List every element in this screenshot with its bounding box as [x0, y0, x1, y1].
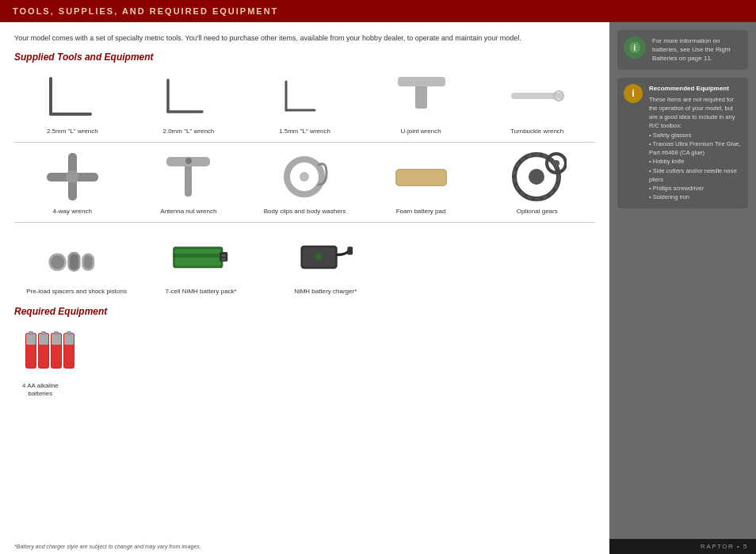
svg-rect-33 [173, 254, 223, 258]
rec-title: Recommended Equipment [649, 84, 742, 94]
tool-aa-batteries: 4 AA alkalinebatteries [14, 323, 97, 399]
rec-item-3: Hobby knife [649, 157, 742, 166]
tool-wrench-20: 2.0mm "L" wrench [131, 69, 247, 136]
battery-info-text: For more information on batteries, see U… [652, 36, 742, 63]
svg-text:i: i [634, 44, 636, 52]
tool-image-spacers [45, 229, 109, 285]
svg-rect-36 [221, 258, 225, 261]
svg-point-24 [553, 160, 559, 166]
rec-item-1: Safety glasses [649, 131, 742, 139]
tool-turnbuckle: Turnbuckle wrench [479, 69, 595, 136]
tool-label-ujoint: U-joint wrench [401, 128, 441, 136]
tool-label-4way: 4-way wrench [53, 208, 92, 216]
tool-label-wrench-15: 1.5mm "L" wrench [279, 128, 330, 136]
tool-body-clips: Body clips and body washers [246, 149, 363, 216]
tool-image-body-clips [273, 149, 336, 204]
tool-label-wrench-20: 2.0mm "L" wrench [162, 128, 214, 136]
svg-rect-47 [39, 334, 48, 345]
tool-label-turnbuckle: Turnbuckle wrench [510, 128, 563, 136]
tool-wrench-15: 1.5mm "L" wrench [246, 69, 363, 136]
tool-label-foam-pad: Foam battery pad [396, 208, 446, 216]
tools-row-3: Pre-load spacers and shock pistons [14, 229, 595, 299]
main-layout: Your model comes with a set of specialty… [0, 22, 756, 554]
intro-text: Your model comes with a set of specialty… [14, 33, 553, 44]
tool-battery-pack: 7-cell NiMH battery pack* [139, 229, 263, 296]
battery-info-card: i For more information on batteries, see… [617, 30, 748, 70]
rec-equipment-card: i Recommended Equipment These items are … [617, 78, 748, 208]
svg-rect-30 [83, 256, 92, 269]
footer-note: *Battery and charger style are subject t… [14, 544, 201, 549]
tool-label-spacers: Pre-load spacers and shock pistons [26, 288, 127, 296]
tool-wrench-25: 2.5mm "L" wrench [14, 69, 131, 136]
tool-spacers: Pre-load spacers and shock pistons [14, 229, 139, 296]
tool-label-antenna: Antenna nut wrench [160, 208, 216, 216]
tool-image-wrench-20 [157, 69, 220, 124]
tool-label-wrench-25: 2.5mm "L" wrench [47, 128, 98, 136]
page-number-bar: RAPTOR • 5 [609, 539, 756, 554]
tool-label-gears: Optional gears [517, 208, 558, 216]
tools-row-1: 2.5mm "L" wrench 2.0mm "L" wrench [14, 69, 595, 143]
rec-text-block: Recommended Equipment These items are no… [649, 84, 742, 202]
svg-rect-51 [52, 334, 61, 345]
tool-antenna: Antenna nut wrench [131, 149, 247, 216]
tool-foam-pad: Foam battery pad [363, 149, 479, 216]
tools-row-2: 4-way wrench Antenna nut wrench [14, 149, 595, 223]
battery-info-icon: i [624, 36, 646, 59]
tool-image-antenna [157, 149, 220, 204]
tool-image-ujoint [389, 69, 452, 124]
svg-rect-28 [70, 254, 78, 270]
required-section-title: Required Equipment [14, 306, 595, 317]
content-area: Your model comes with a set of specialty… [0, 22, 609, 554]
tool-image-battery-pack [170, 229, 233, 285]
svg-rect-19 [397, 170, 445, 185]
svg-rect-52 [54, 331, 59, 335]
svg-rect-56 [67, 331, 71, 335]
page-header: TOOLS, SUPPLIES, AND REQUIRED EQUIPMENT [0, 0, 756, 22]
tool-image-wrench-15 [273, 69, 336, 124]
svg-point-15 [185, 158, 192, 164]
sidebar: i For more information on batteries, see… [609, 22, 756, 554]
tool-image-gears [506, 149, 569, 204]
tool-image-4way [40, 149, 104, 204]
rec-item-5: Phillips screwdriver [649, 184, 742, 193]
tool-image-turnbuckle [506, 69, 569, 124]
svg-rect-35 [221, 254, 225, 257]
tool-label-charger: NiMH battery charger* [294, 288, 357, 296]
svg-point-39 [315, 254, 322, 260]
svg-rect-43 [26, 334, 36, 345]
tool-image-aa [22, 323, 86, 379]
svg-point-21 [529, 169, 544, 185]
rec-item-6: Soldering iron [649, 193, 742, 201]
tool-gears: Optional gears [479, 149, 595, 216]
header-title: TOOLS, SUPPLIES, AND REQUIRED EQUIPMENT [13, 6, 278, 16]
rec-items-list: Safety glasses Traxxas Ultra Premium Tir… [649, 131, 742, 202]
tool-charger: NiMH battery charger* [263, 229, 388, 296]
tool-image-wrench-25 [40, 69, 104, 124]
rec-info-icon: i [624, 84, 643, 103]
svg-rect-44 [29, 331, 33, 335]
supplied-section-title: Supplied Tools and Equipment [14, 52, 595, 63]
tool-ujoint: U-joint wrench [363, 69, 479, 136]
rec-item-2: Traxxas Ultra Premium Tire Glue, Part #6… [649, 139, 742, 158]
tool-label-battery-pack: 7-cell NiMH battery pack* [165, 288, 236, 296]
tool-label-body-clips: Body clips and body washers [264, 208, 346, 216]
rec-item-4: Side cutters and/or needle nose pliers [649, 166, 742, 185]
svg-rect-48 [41, 331, 46, 335]
svg-point-17 [300, 172, 309, 181]
tool-label-aa: 4 AA alkalinebatteries [22, 382, 59, 399]
page-label: RAPTOR • 5 [701, 543, 748, 550]
svg-point-12 [66, 170, 78, 183]
tools-row-required: 4 AA alkalinebatteries [14, 323, 595, 405]
tool-image-foam-pad [389, 149, 452, 204]
tool-4way: 4-way wrench [14, 149, 131, 216]
rec-body: These items are not required for the ope… [649, 96, 735, 130]
svg-rect-7 [398, 77, 445, 86]
svg-rect-55 [64, 334, 74, 345]
tool-image-charger [294, 229, 357, 285]
svg-rect-26 [51, 256, 64, 269]
svg-rect-40 [347, 247, 353, 255]
